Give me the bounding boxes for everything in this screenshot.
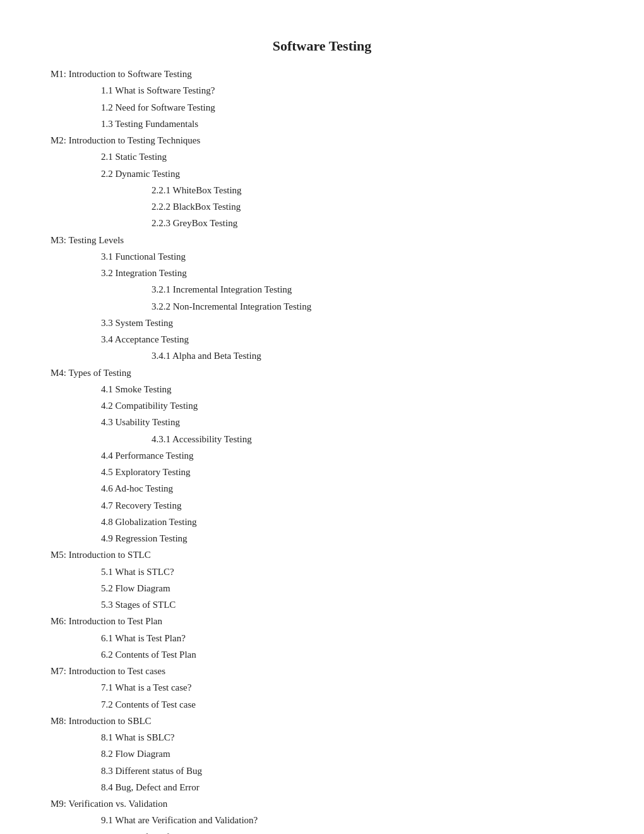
toc-item: 6.1 What is Test Plan?	[101, 630, 593, 646]
toc-item: 2.2.1 WhiteBox Testing	[152, 182, 593, 198]
table-of-contents: M1: Introduction to Software Testing1.1 …	[51, 66, 593, 834]
toc-item: M3: Testing Levels	[51, 232, 593, 248]
toc-item: M4: Types of Testing	[51, 365, 593, 381]
toc-item: 4.3.1 Accessibility Testing	[152, 431, 593, 447]
toc-item: 1.1 What is Software Testing?	[101, 82, 593, 99]
toc-item: 1.3 Testing Fundamentals	[101, 116, 593, 132]
toc-item: 4.9 Regression Testing	[101, 530, 593, 547]
toc-item: M2: Introduction to Testing Techniques	[51, 132, 593, 148]
toc-item: 2.1 Static Testing	[101, 148, 593, 165]
toc-item: M7: Introduction to Test cases	[51, 663, 593, 679]
toc-item: 1.2 Need for Software Testing	[101, 99, 593, 116]
toc-item: 2.2.3 GreyBox Testing	[152, 215, 593, 231]
page-title: Software Testing	[51, 38, 593, 54]
toc-item: 7.2 Contents of Test case	[101, 696, 593, 713]
toc-item: 4.5 Exploratory Testing	[101, 464, 593, 480]
toc-item: 8.1 What is SBLC?	[101, 729, 593, 746]
toc-item: 4.6 Ad-hoc Testing	[101, 480, 593, 497]
toc-item: 3.1 Functional Testing	[101, 248, 593, 265]
toc-item: 8.4 Bug, Defect and Error	[101, 779, 593, 795]
toc-item: 5.1 What is STLC?	[101, 564, 593, 580]
toc-item: M9: Verification vs. Validation	[51, 795, 593, 812]
toc-item: M6: Introduction to Test Plan	[51, 613, 593, 629]
toc-item: 3.4.1 Alpha and Beta Testing	[152, 348, 593, 364]
toc-item: 4.2 Compatibility Testing	[101, 397, 593, 414]
toc-item: 9.1 What are Verification and Validation…	[101, 812, 593, 828]
toc-item: 4.1 Smoke Testing	[101, 381, 593, 397]
toc-item: 9.2 Types of Verification	[101, 829, 593, 835]
toc-item: 3.2.1 Incremental Integration Testing	[152, 281, 593, 298]
toc-item: 3.4 Acceptance Testing	[101, 331, 593, 348]
toc-item: 8.3 Different status of Bug	[101, 763, 593, 779]
toc-item: M8: Introduction to SBLC	[51, 713, 593, 729]
toc-item: M1: Introduction to Software Testing	[51, 66, 593, 82]
toc-item: 3.2.2 Non-Incremental Integration Testin…	[152, 298, 593, 315]
toc-item: 2.2.2 BlackBox Testing	[152, 198, 593, 215]
toc-item: M5: Introduction to STLC	[51, 547, 593, 563]
toc-item: 5.3 Stages of STLC	[101, 596, 593, 613]
toc-item: 6.2 Contents of Test Plan	[101, 646, 593, 663]
toc-item: 4.7 Recovery Testing	[101, 497, 593, 514]
toc-item: 2.2 Dynamic Testing	[101, 166, 593, 182]
toc-item: 7.1 What is a Test case?	[101, 679, 593, 696]
toc-item: 3.3 System Testing	[101, 315, 593, 331]
toc-item: 5.2 Flow Diagram	[101, 580, 593, 596]
toc-item: 8.2 Flow Diagram	[101, 746, 593, 762]
toc-item: 4.8 Globalization Testing	[101, 514, 593, 530]
toc-item: 3.2 Integration Testing	[101, 265, 593, 281]
toc-item: 4.4 Performance Testing	[101, 447, 593, 464]
toc-item: 4.3 Usability Testing	[101, 414, 593, 430]
